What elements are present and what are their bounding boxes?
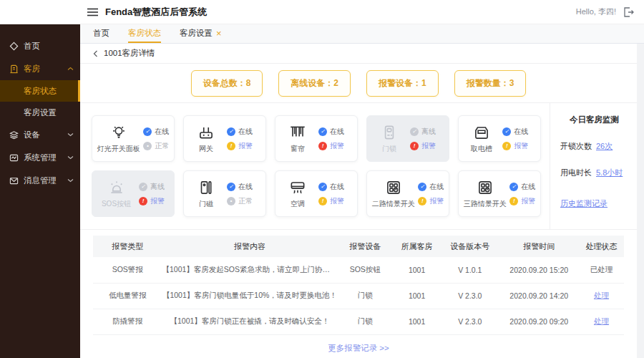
alarm-table: 报警类型 报警内容 报警设备 所属客房 设备版本号 报警时间 处理状态 SOS警… bbox=[80, 230, 637, 358]
normal-status-icon bbox=[143, 142, 152, 150]
device-card-air-conditioner[interactable]: 空调 在线 报警 bbox=[275, 170, 358, 217]
alarm-status-label[interactable]: 报警 bbox=[238, 141, 253, 151]
online-status-label: 离线 bbox=[150, 182, 165, 192]
device-name: 二路情景开关 bbox=[372, 199, 415, 209]
stat-alarm-count: 报警数量：3 bbox=[454, 70, 527, 97]
air-conditioner-icon bbox=[288, 178, 307, 197]
cell-room: 1001 bbox=[393, 309, 441, 334]
alarm-status-icon bbox=[139, 197, 147, 205]
alarm-status-label[interactable]: 报警 bbox=[429, 196, 444, 206]
table-row: 低电量警报 【1001】客房门锁电量低于10%，请及时更换电池！ 门锁 1001… bbox=[93, 283, 624, 309]
online-status-icon bbox=[509, 183, 518, 191]
col-alarm-device: 报警设备 bbox=[337, 236, 393, 257]
tab-room-status[interactable]: 客房状态 bbox=[128, 24, 161, 43]
col-alarm-content: 报警内容 bbox=[162, 236, 337, 257]
content-panel: 1001客房详情 设备总数：8 离线设备：2 报警设备：1 报警数量：3 灯光开… bbox=[80, 44, 637, 358]
alarm-status-icon bbox=[318, 142, 327, 150]
online-status-icon bbox=[318, 127, 327, 136]
sidebar-item-label: 系统管理 bbox=[24, 153, 57, 163]
device-card-door-sensor[interactable]: 门磁 在线 正常 bbox=[183, 170, 266, 217]
lightbulb-icon bbox=[109, 123, 128, 142]
alarm-status-icon bbox=[227, 142, 235, 150]
online-status-label: 在线 bbox=[429, 182, 444, 192]
curtain-icon bbox=[288, 123, 307, 142]
online-status-icon bbox=[143, 127, 152, 136]
cell-alarm-device: 门锁 bbox=[337, 309, 393, 334]
alarm-status-icon bbox=[502, 142, 511, 150]
col-alarm-time: 报警时间 bbox=[499, 236, 579, 257]
device-card-curtain[interactable]: 窗帘 在线 报警 bbox=[275, 115, 358, 162]
device-card-gateway[interactable]: 网关 在线 报警 bbox=[183, 115, 266, 162]
online-status-label: 在线 bbox=[330, 182, 344, 192]
handle-link[interactable]: 处理 bbox=[594, 316, 609, 325]
table-row: SOS警报 【1001】客房发起SOS紧急求助，请立即上门协助！ SOS按钮 1… bbox=[93, 257, 624, 283]
sidebar-item-room-settings[interactable]: 客房设置 bbox=[0, 102, 80, 123]
alarm-status-label[interactable]: 报警 bbox=[421, 141, 436, 151]
sidebar-item-label: 客房 bbox=[24, 64, 40, 74]
alarm-status-label[interactable]: 报警 bbox=[150, 196, 165, 206]
online-status-icon bbox=[418, 183, 426, 191]
more-alarm-records-link[interactable]: 更多报警记录 >> bbox=[328, 343, 389, 354]
sidebar-item-room-status[interactable]: 客房状态 bbox=[0, 80, 80, 102]
back-chevron-icon[interactable] bbox=[93, 50, 98, 57]
sidebar-item-messages[interactable]: 消息管理 bbox=[0, 169, 80, 192]
history-records-link[interactable]: 历史监测记录 bbox=[560, 199, 608, 208]
cell-device-version: V 1.0.1 bbox=[441, 257, 499, 283]
sidebar-item-system[interactable]: 系统管理 bbox=[0, 146, 80, 169]
home-icon bbox=[9, 42, 19, 51]
tab-room-settings[interactable]: 客房设置 × bbox=[180, 24, 222, 43]
sidebar-item-devices[interactable]: 设备 bbox=[0, 123, 80, 146]
device-card-scene-switch-2[interactable]: 二路情景开关 在线 报警 bbox=[366, 170, 449, 217]
alarm-status-label[interactable]: 报警 bbox=[330, 141, 344, 151]
online-status-icon bbox=[227, 127, 235, 136]
device-name: 灯光开关面板 bbox=[97, 144, 140, 154]
col-device-version: 设备版本号 bbox=[441, 236, 499, 257]
alarm-status-icon bbox=[418, 197, 426, 205]
tab-bar: 首页 客房状态 客房设置 × bbox=[80, 24, 644, 44]
door-sensor-icon bbox=[197, 178, 215, 197]
gateway-icon bbox=[197, 123, 215, 142]
device-card-power-slot[interactable]: 取电槽 在线 报警 bbox=[458, 115, 541, 162]
device-card-scene-switch-3[interactable]: 三路情景开关 在线 报警 bbox=[458, 170, 541, 217]
sidebar-item-rooms[interactable]: 客房 bbox=[0, 57, 80, 80]
cell-alarm-type: SOS警报 bbox=[93, 257, 162, 283]
chevron-down-icon bbox=[67, 132, 74, 137]
alarm-status-label[interactable]: 报警 bbox=[330, 196, 344, 206]
power-duration-link[interactable]: 5.8小时 bbox=[596, 168, 623, 178]
menu-toggle-icon[interactable] bbox=[87, 8, 98, 16]
logout-icon[interactable] bbox=[623, 7, 634, 17]
sidebar-item-home[interactable]: 首页 bbox=[0, 34, 80, 57]
main-area: 首页 客房状态 客房设置 × 1001客房详情 设备总数：8 离线设备：2 报警… bbox=[80, 24, 644, 358]
tab-home[interactable]: 首页 bbox=[93, 24, 109, 43]
online-status-label: 在线 bbox=[155, 127, 169, 137]
stat-alarm-devices: 报警设备：1 bbox=[366, 70, 439, 97]
cell-alarm-device: SOS按钮 bbox=[337, 257, 393, 283]
alarm-status-label[interactable]: 报警 bbox=[514, 141, 528, 151]
sidebar-item-label: 设备 bbox=[24, 130, 40, 140]
device-card-door-lock[interactable]: 门锁 离线 报警 bbox=[366, 115, 449, 162]
sidebar-item-label: 客房设置 bbox=[24, 107, 57, 118]
offline-status-icon bbox=[139, 183, 147, 191]
handle-link[interactable]: 处理 bbox=[594, 291, 609, 299]
device-card-sos-button[interactable]: SOS按钮 离线 报警 bbox=[92, 170, 175, 217]
cell-alarm-content: 【1001】客房门锁正在被撬，请及时确认安全！ bbox=[162, 309, 337, 334]
door-lock-icon bbox=[380, 123, 399, 142]
sidebar: 首页 客房 客房状态 客房设置 设备 系统管理 消息管理 bbox=[0, 24, 80, 358]
page-title: 1001客房详情 bbox=[104, 48, 155, 59]
cell-alarm-content: 【1001】客房门锁电量低于10%，请及时更换电池！ bbox=[162, 283, 337, 309]
alarm-status-label[interactable]: 报警 bbox=[521, 196, 535, 206]
chevron-down-icon bbox=[67, 155, 74, 160]
online-status-label: 离线 bbox=[421, 127, 436, 137]
col-alarm-type: 报警类型 bbox=[93, 236, 162, 257]
message-icon bbox=[9, 176, 19, 185]
system-icon bbox=[9, 153, 19, 163]
alarm-status-icon bbox=[509, 197, 518, 205]
device-name: 门锁 bbox=[382, 144, 396, 154]
cell-device-version: V 2.3.0 bbox=[441, 283, 499, 309]
monitor-title: 今日客房监测 bbox=[560, 115, 637, 125]
close-tab-icon[interactable]: × bbox=[216, 29, 222, 38]
tab-label: 客房状态 bbox=[128, 28, 161, 39]
device-card-light-switch[interactable]: 灯光开关面板 在线 正常 bbox=[92, 115, 175, 162]
cell-alarm-time: 2020.09.20 14:20 bbox=[499, 283, 579, 309]
unlock-count-link[interactable]: 26次 bbox=[596, 141, 613, 152]
